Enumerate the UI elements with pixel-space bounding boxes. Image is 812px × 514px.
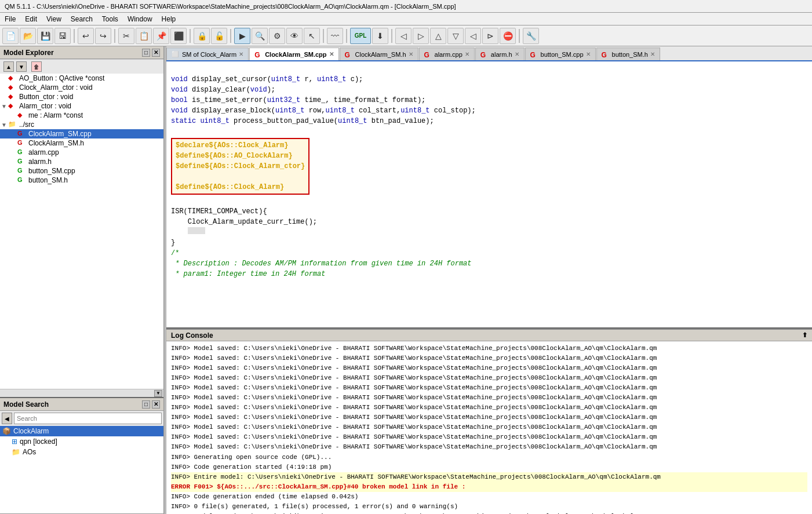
tab-button-sm-cpp[interactable]: G button_SM.cpp ✕: [525, 48, 596, 60]
tab-close-sm-clock-alarm[interactable]: ✕: [239, 51, 243, 57]
search-result-aos[interactable]: 📁 AOs: [0, 447, 163, 457]
tree-item-button-sm-cpp[interactable]: G button_SM.cpp: [0, 166, 163, 176]
model-explorer-header: Model Explorer □ ✕: [0, 46, 163, 59]
tree-label-clockalarm-sm-cpp: ClockAlarm_SM.cpp: [28, 130, 92, 138]
toolbar-lock-btn[interactable]: 🔒: [194, 28, 210, 44]
menu-window[interactable]: Window: [123, 14, 157, 24]
tab-sm-clock-alarm[interactable]: ⬜ SM of Clock_Alarm ✕: [166, 48, 249, 60]
tree-item-me[interactable]: ◆ me : Alarm *const: [0, 111, 163, 120]
model-explorer-restore-btn[interactable]: □: [142, 49, 150, 57]
tab-clockalarm-sm-h[interactable]: G ClockAlarm_SM.h ✕: [340, 48, 418, 60]
log-line-error: ERROR F001> ${AOs::.../src::ClockAlarm_S…: [171, 482, 807, 492]
tree-down-arrow[interactable]: ▼: [16, 61, 27, 72]
toolbar-gpl-btn[interactable]: GPL: [350, 28, 371, 44]
toolbar-undo-btn[interactable]: ↩: [78, 28, 94, 44]
tree-item-alarm-h[interactable]: G alarm.h: [0, 157, 163, 166]
tab-bar: ⬜ SM of Clock_Alarm ✕ G ClockAlarm_SM.cp…: [166, 46, 812, 61]
toolbar-arrow4-btn[interactable]: ▽: [447, 28, 464, 44]
tab-close-clockalarm-sm-cpp[interactable]: ✕: [329, 51, 334, 57]
tab-close-alarm-h[interactable]: ✕: [515, 51, 519, 57]
menu-tools[interactable]: Tools: [97, 14, 123, 24]
tree-label-clock-alarm-ctor: Clock_Alarm_ctor : void: [19, 83, 93, 92]
menu-edit[interactable]: Edit: [20, 14, 42, 24]
tab-close-clockalarm-sm-h[interactable]: ✕: [409, 51, 413, 57]
toolbar-save-as-btn[interactable]: 🖫: [54, 28, 71, 44]
tab-close-button-sm-h[interactable]: ✕: [650, 51, 655, 57]
search-label-qpn: qpn [locked]: [20, 438, 57, 446]
tree-delete-btn[interactable]: 🗑: [31, 61, 42, 72]
tree-scrollbar[interactable]: ▼: [0, 389, 163, 397]
menu-help[interactable]: Help: [157, 14, 181, 24]
tree-item-alarm-cpp[interactable]: G alarm.cpp: [0, 148, 163, 157]
tab-close-alarm-cpp[interactable]: ✕: [465, 51, 469, 57]
toolbar-dl-btn[interactable]: ⬇: [372, 28, 388, 44]
tree-item-ao-button[interactable]: ◆ AO_Button : QActive *const: [0, 74, 163, 83]
toolbar-run-btn[interactable]: ▶: [234, 28, 250, 44]
code-editor[interactable]: void display_set_cursor(uint8_t r, uint8…: [166, 61, 812, 329]
menu-view[interactable]: View: [42, 14, 66, 24]
toolbar-cut-btn[interactable]: ✂: [118, 28, 134, 44]
model-explorer-close-btn[interactable]: ✕: [152, 49, 160, 57]
toolbar-search-btn[interactable]: 🔍: [252, 28, 268, 44]
code-line-isr: ISR(TIMER1_COMPA_vect){: [171, 207, 267, 216]
tree-label-button-ctor: Button_ctor : void: [19, 93, 73, 101]
toolbar-adjust-btn[interactable]: ⚙: [269, 28, 285, 44]
tree-up-arrow[interactable]: ▲: [3, 61, 14, 72]
toolbar-wave-btn[interactable]: 〰: [327, 28, 343, 44]
tree-label-me: me : Alarm *const: [28, 111, 83, 119]
log-line-entire-model: INFO> Entire model: C:\Users\nieki\OneDr…: [171, 472, 807, 482]
tree-item-alarm-ctor[interactable]: ▼ ◆ Alarm_ctor : void: [0, 101, 163, 111]
tab-alarm-cpp[interactable]: G alarm.cpp ✕: [419, 48, 475, 60]
toolbar-paste-btn[interactable]: 📌: [153, 28, 169, 44]
menu-search[interactable]: Search: [66, 14, 97, 24]
tab-button-sm-h[interactable]: G button_SM.h ✕: [596, 48, 660, 60]
tree-item-button-ctor[interactable]: ◆ Button_ctor : void: [0, 92, 163, 101]
menu-file[interactable]: File: [0, 14, 20, 24]
tree-icon-button-sm-h: G: [17, 176, 27, 184]
log-line-summary: INFO> 0 file(s) generated, 1 file(s) pro…: [171, 502, 807, 512]
log-content[interactable]: INFO> Model saved: C:\Users\nieki\OneDri…: [166, 341, 812, 514]
tree-label-alarm-cpp: alarm.cpp: [28, 148, 59, 156]
toolbar-eye-btn[interactable]: 👁: [286, 28, 303, 44]
code-blank-3: [171, 228, 205, 236]
toolbar-paste2-btn[interactable]: ⬛: [170, 28, 187, 44]
toolbar-redo-btn[interactable]: ↪: [95, 28, 111, 44]
model-search-close-btn[interactable]: ✕: [152, 400, 160, 409]
tree-arrow-src: ▼: [1, 122, 8, 128]
log-line-1: INFO> Model saved: C:\Users\nieki\OneDri…: [171, 344, 807, 353]
toolbar-arrow5-btn[interactable]: ◁: [465, 28, 481, 44]
log-line-11: INFO> Model saved: C:\Users\nieki\OneDri…: [171, 442, 807, 452]
search-result-qpn[interactable]: ⊞ qpn [locked]: [0, 436, 163, 447]
toolbar-new-btn[interactable]: 📄: [2, 28, 19, 44]
toolbar-stop-btn[interactable]: ⛔: [500, 28, 516, 44]
toolbar-save-btn[interactable]: 💾: [37, 28, 53, 44]
toolbar-cursor-btn[interactable]: ↖: [304, 28, 320, 44]
tab-clockalarm-sm-cpp[interactable]: G ClockAlarm_SM.cpp ✕: [249, 48, 338, 60]
tree-item-clockalarm-sm-h[interactable]: G ClockAlarm_SM.h: [0, 138, 163, 148]
log-console-maximize-btn[interactable]: ⬆: [802, 331, 807, 339]
model-explorer-tree: ◆ AO_Button : QActive *const ◆ Clock_Ala…: [0, 74, 163, 389]
toolbar-arrow2-btn[interactable]: ▷: [413, 28, 429, 44]
search-arrow-left[interactable]: ◀: [2, 413, 12, 424]
log-line-7: INFO> Model saved: C:\Users\nieki\OneDri…: [171, 403, 807, 413]
tab-close-button-sm-cpp[interactable]: ✕: [586, 51, 591, 57]
toolbar-unlock-btn[interactable]: 🔓: [211, 28, 227, 44]
tree-item-button-sm-h[interactable]: G button_SM.h: [0, 176, 163, 185]
tab-alarm-h[interactable]: G alarm.h ✕: [475, 48, 525, 60]
tree-item-clockalarm-sm-cpp[interactable]: G ClockAlarm_SM.cpp: [0, 129, 163, 138]
search-result-clockalarm[interactable]: 📦 ClockAlarm: [0, 426, 163, 436]
tree-icon-clockalarm-sm-cpp: G: [17, 130, 27, 138]
toolbar-open-btn[interactable]: 📂: [20, 28, 36, 44]
toolbar-arrow3-btn[interactable]: △: [430, 28, 446, 44]
toolbar-arrow1-btn[interactable]: ◁: [395, 28, 412, 44]
tree-scroll-down-btn[interactable]: ▼: [154, 390, 162, 397]
tree-item-clock-alarm-ctor[interactable]: ◆ Clock_Alarm_ctor : void: [0, 83, 163, 92]
tree-arrow-alarm-ctor: ▼: [1, 103, 8, 110]
search-input[interactable]: [14, 413, 162, 424]
toolbar-wrench-btn[interactable]: 🔧: [523, 28, 539, 44]
toolbar-arrow6-btn[interactable]: ⊳: [482, 28, 498, 44]
tree-item-src-folder[interactable]: ▼ 📁 ../src: [0, 120, 163, 129]
toolbar-copy-btn[interactable]: 📋: [136, 28, 152, 44]
search-label-aos: AOs: [23, 448, 36, 456]
model-search-restore-btn[interactable]: □: [142, 400, 150, 409]
